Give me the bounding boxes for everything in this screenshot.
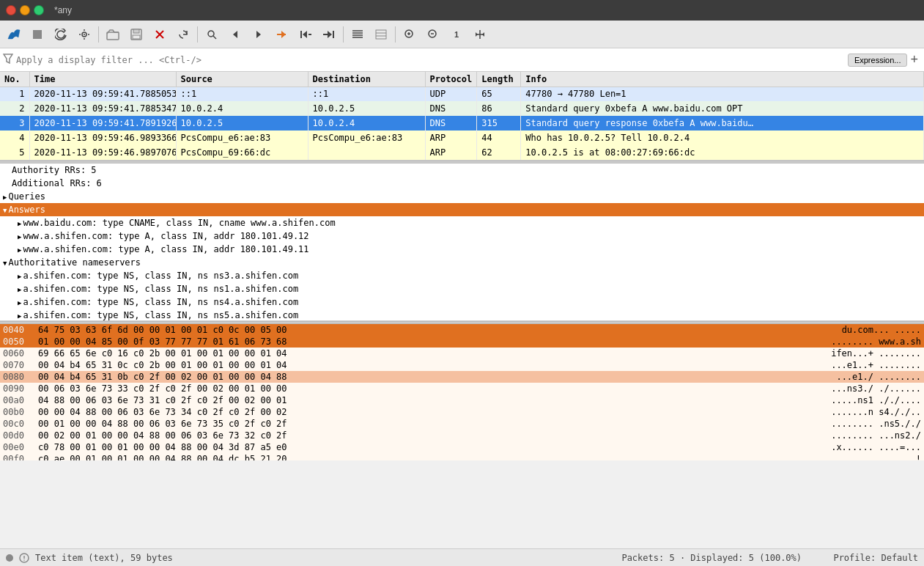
reload-button[interactable]	[172, 23, 194, 45]
title-bar-controls[interactable]	[6, 5, 44, 15]
hex-ascii: ........ ......!	[836, 454, 921, 460]
tree-arrow-icon[interactable]	[18, 271, 21, 281]
first-packet-button[interactable]	[295, 23, 317, 45]
expression-button[interactable]: Expression...	[848, 54, 908, 67]
hex-bytes: 01 00 00 04 85 00 0f 03 77 77 77 01 61 0…	[38, 337, 831, 347]
tree-item-label: Authoritative nameservers	[8, 257, 141, 268]
tree-item[interactable]: www.baidu.com: type CNAME, class IN, cna…	[0, 216, 924, 229]
tree-item[interactable]: Authority RRs: 5	[0, 163, 924, 177]
maximize-button[interactable]	[34, 5, 44, 15]
svg-point-13	[208, 31, 214, 37]
hex-offset: 00f0	[3, 454, 38, 460]
tree-item-label: Additional RRs: 6	[12, 178, 102, 188]
hex-row[interactable]: 0080 00 04 b4 65 31 0b c0 2f 00 02 00 01…	[0, 371, 924, 383]
tree-arrow-icon[interactable]	[3, 191, 7, 202]
hex-row[interactable]: 0060 69 66 65 6e c0 16 c0 2b 00 01 00 01…	[0, 348, 924, 359]
col-header-info[interactable]: Info	[521, 72, 924, 87]
hex-offset: 00c0	[3, 419, 38, 429]
table-row[interactable]: 42020-11-13 09:59:46.9893366…PcsCompu_e6…	[0, 131, 924, 145]
hex-row[interactable]: 00b0 00 00 04 88 00 06 03 6e 73 34 c0 2f…	[0, 406, 924, 418]
tree-item[interactable]: Answers	[0, 203, 924, 216]
filter-icon	[3, 54, 13, 66]
go-button[interactable]	[271, 23, 293, 45]
tree-item-label: www.baidu.com: type CNAME, class IN, cna…	[23, 218, 335, 228]
tree-arrow-icon[interactable]	[3, 205, 7, 215]
hex-bytes: 00 02 00 01 00 00 04 88 00 06 03 6e 73 3…	[38, 430, 831, 441]
col-header-no[interactable]: No.	[0, 72, 29, 87]
table-row[interactable]: 12020-11-13 09:59:41.7885053…::1::1UDP65…	[0, 87, 924, 101]
prev-button[interactable]	[224, 23, 246, 45]
table-row[interactable]: 32020-11-13 09:59:41.7891926…10.0.2.510.…	[0, 116, 924, 131]
col-header-time[interactable]: Time	[29, 72, 176, 87]
table-cell-proto: ARP	[425, 131, 477, 145]
hex-row[interactable]: 00c0 00 01 00 00 04 88 00 06 03 6e 73 35…	[0, 418, 924, 430]
svg-rect-9	[133, 29, 139, 33]
tree-item[interactable]: a.shifen.com: type NS, class IN, ns ns1.…	[0, 282, 924, 295]
zoom-reset-button[interactable]: 1	[446, 23, 467, 45]
tree-item[interactable]: a.shifen.com: type NS, class IN, ns ns4.…	[0, 295, 924, 309]
colorize-button[interactable]	[370, 23, 392, 45]
close-file-button[interactable]	[149, 23, 171, 45]
tree-arrow-icon[interactable]	[18, 231, 21, 241]
hex-row[interactable]: 00f0 c0 ae 00 01 00 01 00 00 04 88 00 04…	[0, 453, 924, 460]
zoom-out-button[interactable]	[422, 23, 444, 45]
table-cell-no: 1	[0, 87, 29, 101]
profile-label: Profile: Default	[833, 553, 918, 563]
col-header-protocol[interactable]: Protocol	[425, 72, 477, 87]
table-cell-time: 2020-11-13 09:59:41.7891926…	[29, 116, 176, 131]
col-header-source[interactable]: Source	[176, 72, 308, 87]
tree-item[interactable]: Additional RRs: 6	[0, 177, 924, 190]
hex-row[interactable]: 0050 01 00 00 04 85 00 0f 03 77 77 77 01…	[0, 336, 924, 348]
hex-row[interactable]: 0070 00 04 b4 65 31 0c c0 2b 00 01 00 01…	[0, 359, 924, 371]
hex-row[interactable]: 00e0 c0 78 00 01 00 01 00 00 04 88 00 04…	[0, 441, 924, 453]
tree-arrow-icon[interactable]	[18, 284, 21, 294]
last-packet-button[interactable]	[318, 23, 340, 45]
hex-row[interactable]: 0090 00 06 03 6e 73 33 c0 2f c0 2f 00 02…	[0, 383, 924, 394]
table-cell-proto: DNS	[425, 116, 477, 131]
table-cell-no: 4	[0, 131, 29, 145]
tree-arrow-icon[interactable]	[18, 310, 21, 320]
table-row[interactable]: 22020-11-13 09:59:41.7885347…10.0.2.410.…	[0, 101, 924, 116]
minimize-button[interactable]	[20, 5, 30, 15]
hex-row[interactable]: 0040 64 75 03 63 6f 6d 00 00 01 00 01 c0…	[0, 324, 924, 336]
close-button[interactable]	[6, 5, 16, 15]
tree-item[interactable]: a.shifen.com: type NS, class IN, ns ns5.…	[0, 309, 924, 321]
table-cell-info: 47780 → 47780 Len=1	[521, 87, 924, 101]
tree-item[interactable]: www.a.shifen.com: type A, class IN, addr…	[0, 229, 924, 243]
tree-item[interactable]: Queries	[0, 190, 924, 203]
find-button[interactable]	[201, 23, 223, 45]
table-cell-dst: 10.0.2.5	[308, 101, 425, 116]
svg-rect-0	[33, 30, 42, 39]
tree-arrow-icon[interactable]	[18, 297, 21, 307]
col-header-length[interactable]: Length	[477, 72, 521, 87]
next-button[interactable]	[248, 23, 270, 45]
filter-input[interactable]	[16, 55, 845, 65]
options-button[interactable]	[73, 23, 95, 45]
status-stats: Packets: 5 · Displayed: 5 (100.0%) Profi…	[621, 553, 918, 563]
table-cell-len: 44	[477, 131, 521, 145]
packet-list-button[interactable]	[347, 23, 369, 45]
tree-arrow-icon[interactable]	[18, 244, 21, 254]
save-button[interactable]	[125, 23, 147, 45]
col-header-destination[interactable]: Destination	[308, 72, 425, 87]
resize-columns-button[interactable]	[469, 23, 491, 45]
open-button[interactable]	[102, 23, 124, 45]
tree-item[interactable]: a.shifen.com: type NS, class IN, ns ns3.…	[0, 269, 924, 282]
tree-arrow-icon[interactable]	[18, 218, 21, 228]
svg-marker-39	[476, 32, 478, 37]
stop-button[interactable]	[26, 23, 48, 45]
tree-item[interactable]: www.a.shifen.com: type A, class IN, addr…	[0, 243, 924, 256]
packet-list: No. Time Source Destination Protocol Len…	[0, 72, 924, 161]
zoom-in-button[interactable]	[399, 23, 421, 45]
hex-row[interactable]: 00a0 04 88 00 06 03 6e 73 31 c0 2f c0 2f…	[0, 394, 924, 406]
title-bar: *any	[0, 0, 924, 21]
hex-row[interactable]: 00d0 00 02 00 01 00 00 04 88 00 06 03 6e…	[0, 430, 924, 441]
table-row[interactable]: 52020-11-13 09:59:46.9897076…PcsCompu_69…	[0, 145, 924, 160]
hex-panel: 0040 64 75 03 63 6f 6d 00 00 01 00 01 c0…	[0, 324, 924, 460]
restart-button[interactable]	[50, 23, 72, 45]
table-cell-no: 2	[0, 101, 29, 116]
add-filter-button[interactable]: +	[907, 52, 921, 67]
shark-fin-button[interactable]	[3, 23, 25, 45]
tree-arrow-icon[interactable]	[3, 257, 7, 268]
tree-item[interactable]: Authoritative nameservers	[0, 256, 924, 269]
